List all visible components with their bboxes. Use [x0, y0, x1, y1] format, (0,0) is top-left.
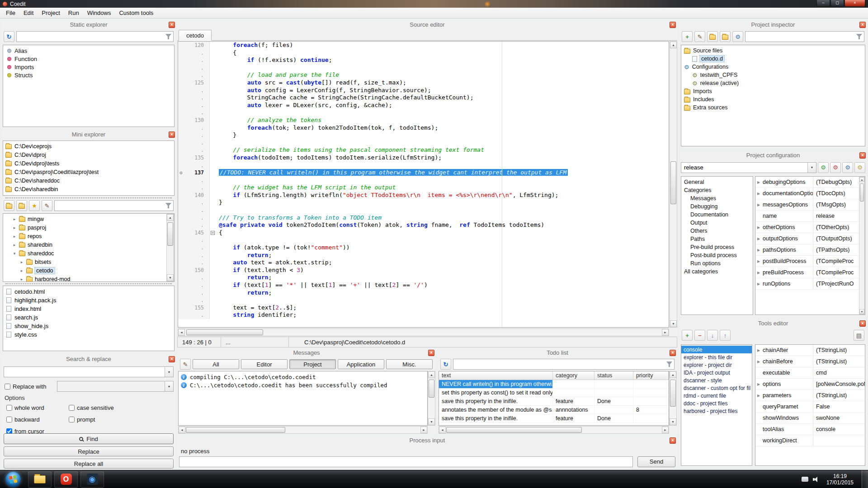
todo-column-header-priority[interactable]: priority [633, 371, 669, 380]
folder-tree-item-harbored-mod[interactable]: ▸harbored-mod [3, 275, 174, 282]
property-value[interactable]: (TOtherOpts) [813, 222, 865, 233]
vertical-scrollbar[interactable]: ▲▼ [428, 371, 435, 426]
property-value[interactable]: (TDocOpts) [813, 188, 865, 199]
code-line[interactable]: . // serialize the items using the pasca… [178, 146, 669, 154]
volume-tray-icon[interactable] [813, 477, 818, 482]
close-panel-button[interactable] [859, 22, 866, 28]
close-panel-button[interactable] [859, 152, 866, 159]
chevron-collapsed-icon[interactable]: ▸ [12, 234, 17, 239]
property-value[interactable]: (TPathsOpts) [813, 244, 865, 255]
close-panel-button[interactable] [169, 131, 175, 138]
option-category-all-categories[interactable]: All categories [681, 267, 753, 276]
scroll-arrow-down-icon[interactable]: ▼ [670, 320, 677, 327]
expand-icon[interactable]: ▶ [757, 248, 760, 252]
symbol-filter-input[interactable] [16, 31, 174, 42]
folder-tree-item-sharedbin[interactable]: ▸sharedbin [3, 240, 174, 249]
scroll-arrow-up-icon[interactable]: ▲ [859, 177, 864, 182]
expand-icon[interactable]: ▶ [757, 237, 760, 241]
folder-tree-item-cetodo[interactable]: ▸cetodo [3, 266, 174, 275]
file-item-highlight-pack-js[interactable]: highlight.pack.js [3, 296, 174, 305]
property-row-outputoptions[interactable]: ▶outputOptions(TOutputOpts) [755, 233, 865, 244]
code-line[interactable]: . [178, 109, 669, 117]
option-category-documentation[interactable]: Documentation [681, 211, 753, 219]
symbol-category-alias[interactable]: Alias [4, 47, 173, 55]
code-line[interactable]: . [178, 206, 669, 214]
property-value[interactable]: console [813, 424, 865, 435]
option-category-post-build-process[interactable]: Post-build process [681, 251, 753, 259]
explorer-filter-input[interactable] [54, 200, 174, 211]
code-line[interactable]: . StringCache cache = StringCache(String… [178, 94, 669, 102]
expand-icon[interactable]: ▶ [757, 282, 760, 286]
code-line[interactable]: . foreach(tok; lexer) token2TodoItem(tok… [178, 124, 669, 132]
property-value[interactable]: [poNewConsole,poNew [813, 379, 865, 389]
horizontal-scrollbar[interactable]: ◄► [178, 328, 669, 336]
tool-item-ida-project-output[interactable]: IDA - project output [681, 369, 752, 376]
todo-column-header-status[interactable]: status [594, 371, 633, 380]
close-panel-button[interactable] [428, 350, 434, 356]
code-line[interactable]: . [178, 177, 669, 184]
property-row-workingdirect[interactable]: workingDirect [755, 435, 865, 446]
scroll-thumb[interactable] [186, 427, 285, 433]
add-button[interactable]: + [682, 330, 693, 341]
symbol-category-structs[interactable]: Structs [4, 71, 173, 79]
scroll-arrow-left-icon[interactable]: ◄ [179, 427, 185, 433]
scroll-arrow-down-icon[interactable]: ▼ [428, 418, 435, 425]
scroll-thumb[interactable] [860, 183, 864, 202]
property-value[interactable]: release [813, 211, 865, 221]
folder-tree-item-pasproj[interactable]: ▸pasproj [3, 223, 174, 232]
replace-term-combo[interactable] [57, 381, 174, 392]
project-tree-item-configurations[interactable]: ⚙Configurations [681, 63, 865, 71]
expand-icon[interactable]: ▶ [757, 192, 760, 196]
folder-new-button[interactable] [4, 200, 14, 211]
taskbar-app-icon[interactable]: ◉ [80, 471, 104, 488]
option-category-categories[interactable]: Categories [681, 186, 753, 194]
messages-tab-project[interactable]: Project [289, 359, 336, 369]
vertical-scrollbar[interactable]: ▲▼ [166, 214, 174, 282]
code-line[interactable]: . if (!f.exists) continue; [178, 56, 669, 64]
property-value[interactable]: (TDebugOpts) [813, 177, 865, 188]
close-button[interactable]: × [844, 0, 865, 7]
code-line[interactable]: 130 // analyze the tokens [178, 117, 669, 124]
menu-item-file[interactable]: File [2, 8, 19, 18]
splitter[interactable] [5, 197, 172, 198]
property-row-chainafter[interactable]: ▶chainAfter(TStringList) [755, 345, 865, 356]
code-line[interactable]: . [178, 296, 669, 304]
property-row-toolalias[interactable]: toolAliasconsole [755, 424, 865, 435]
close-panel-button[interactable] [670, 437, 676, 444]
show-desktop-button[interactable] [862, 470, 868, 488]
property-row-debugingoptions[interactable]: ▶debugingOptions(TDebugOpts) [755, 177, 865, 188]
scroll-thumb[interactable] [186, 329, 263, 335]
chevron-down-icon[interactable] [807, 163, 816, 173]
code-line[interactable]: . } [178, 131, 669, 139]
code-line[interactable]: 125 auto src = cast(ubyte[]) read(f, siz… [178, 79, 669, 87]
pencil-button[interactable]: ✎ [694, 31, 705, 42]
expand-icon[interactable]: ▶ [757, 225, 760, 230]
property-value[interactable]: (TStringList) [813, 390, 865, 401]
message-item[interactable]: iC:\...\cetodo\cetodo.coedit has been su… [179, 381, 426, 389]
scroll-arrow-left-icon[interactable]: ◄ [439, 427, 446, 433]
refresh-button[interactable]: ↻ [4, 31, 14, 42]
maximize-button[interactable]: ◻ [830, 0, 844, 7]
chevron-collapsed-icon[interactable]: ▸ [12, 243, 17, 247]
property-value[interactable]: (TStringList) [813, 356, 865, 367]
option-category-messages[interactable]: Messages [681, 194, 753, 202]
property-row-options[interactable]: ▶options[poNewConsole,poNew [755, 379, 865, 390]
code-line[interactable]: 120 foreach(f; files) [178, 42, 669, 49]
property-row-chainbefore[interactable]: ▶chainBefore(TStringList) [755, 356, 865, 367]
project-tree-item-imports[interactable]: Imports [681, 87, 865, 95]
horizontal-scrollbar[interactable]: ◄► [178, 426, 428, 434]
checkbox-backward[interactable] [6, 417, 12, 422]
messages-tab-editor[interactable]: Editor [241, 359, 288, 369]
property-value[interactable]: (TMsgOpts) [813, 199, 865, 210]
chevron-down-icon[interactable] [165, 367, 173, 377]
favorite-folder-item[interactable]: C:\Dev\pasproj\Coedit\lazproj\test [3, 168, 174, 176]
code-editor[interactable]: 120 foreach(f; files). {. if (!f.exists)… [178, 41, 669, 328]
property-row-parameters[interactable]: ▶parameters(TStringList) [755, 390, 865, 401]
folder-tree-item-shareddoc[interactable]: ▾shareddoc [3, 249, 174, 258]
scroll-thumb[interactable] [429, 380, 434, 398]
code-line[interactable]: . return; [178, 252, 669, 259]
todo-column-header-text[interactable]: text [439, 371, 553, 380]
todo-row[interactable]: save this property in the inifile.featur… [439, 397, 669, 406]
property-value[interactable]: (TOutputOpts) [813, 233, 865, 244]
menu-item-windows[interactable]: Windows [83, 8, 115, 18]
